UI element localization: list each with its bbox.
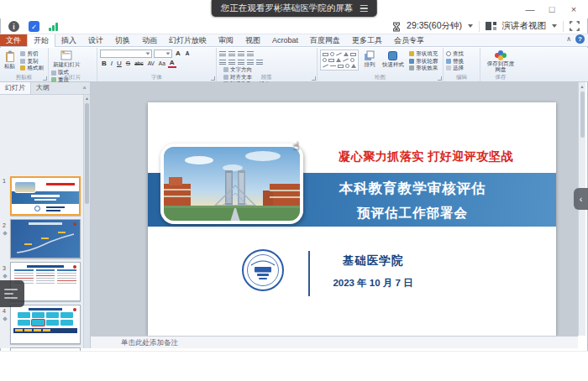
tab-outline-pane[interactable]: 大纲 xyxy=(31,82,55,94)
align-left-icon[interactable] xyxy=(219,60,226,65)
thumbnail-scrollbar[interactable]: ▲ xyxy=(83,95,90,348)
group-drawing: 排列 快速样式 形状填充 形状轮廓 形状效果 绘图 xyxy=(318,48,444,81)
arrange-button[interactable]: 排列 xyxy=(362,50,376,68)
tab-baidu-pan[interactable]: 百度网盘 xyxy=(304,34,346,46)
tab-insert[interactable]: 插入 xyxy=(55,34,82,46)
security-shield-icon[interactable]: ✓ xyxy=(29,21,39,32)
panel-close-icon[interactable]: × xyxy=(79,82,90,94)
tab-home[interactable]: 开始 xyxy=(27,34,55,47)
meeting-timer[interactable]: 29:35(60分钟) xyxy=(407,20,462,32)
tab-review[interactable]: 审阅 xyxy=(213,34,239,46)
bullets-icon[interactable] xyxy=(219,51,226,57)
slide-thumbnail-2[interactable] xyxy=(10,219,81,258)
group-paragraph: 文字方向 对齐文本 转换为SmartArt 段落 xyxy=(217,48,318,81)
slide-thumbnail-1[interactable] xyxy=(10,176,81,216)
justify-icon[interactable] xyxy=(247,60,254,65)
meeting-status-icons: i ✓ xyxy=(8,21,58,32)
new-slide-icon xyxy=(60,50,72,61)
meeting-float-panel[interactable] xyxy=(0,280,24,307)
find-button[interactable]: 查找 xyxy=(446,51,464,57)
view-dropdown-caret-icon[interactable] xyxy=(552,24,557,28)
decrease-indent-icon[interactable] xyxy=(238,51,244,57)
tab-more-tools[interactable]: 更多工具 xyxy=(346,34,388,46)
tab-acrobat[interactable]: Acrobat xyxy=(266,34,304,46)
align-right-icon[interactable] xyxy=(238,60,244,65)
tab-animations[interactable]: 动画 xyxy=(136,34,163,46)
font-size-select[interactable] xyxy=(154,50,172,58)
replace-icon xyxy=(446,59,451,64)
shape-effects-button[interactable]: 形状效果 xyxy=(409,65,438,71)
select-button[interactable]: 选择 xyxy=(446,65,464,71)
maximize-button[interactable]: □ xyxy=(541,0,563,18)
tab-slides-pane[interactable]: 幻灯片 xyxy=(0,82,31,94)
tab-view[interactable]: 视图 xyxy=(239,34,266,46)
text-direction-icon xyxy=(223,67,228,72)
window-controls: — □ × xyxy=(519,0,585,18)
slide-number: 3 xyxy=(3,265,6,271)
meeting-info-icon[interactable]: i xyxy=(8,21,19,32)
ribbon: 粘贴 剪切 复制 格式刷 剪贴板 新建幻灯片 版式 重设 节 幻灯片 xyxy=(0,48,588,82)
underline-button[interactable]: U xyxy=(115,60,123,68)
share-banner[interactable]: 您正在观看罗彬基础医学院的屏幕 xyxy=(212,0,377,17)
dialog-launcher-icon[interactable] xyxy=(312,76,316,81)
paste-icon xyxy=(5,50,15,63)
shrink-font-button[interactable]: A xyxy=(184,50,192,58)
slide-thumbnail-4[interactable] xyxy=(10,305,81,344)
numbering-icon[interactable] xyxy=(228,51,235,57)
save-to-baidu-button[interactable]: 保存到百度网盘 xyxy=(483,50,518,74)
shapes-gallery[interactable] xyxy=(320,50,359,70)
shape-fill-button[interactable]: 形状填充 xyxy=(409,51,438,57)
tab-file[interactable]: 文件 xyxy=(0,34,27,46)
tab-transitions[interactable]: 切换 xyxy=(109,34,136,46)
bold-button[interactable]: B xyxy=(100,60,108,68)
quick-styles-button[interactable]: 快速样式 xyxy=(381,50,406,68)
format-painter-button[interactable]: 格式刷 xyxy=(20,65,44,71)
meeting-panel-toggle[interactable]: ‹ xyxy=(574,188,588,210)
clear-formatting-button[interactable]: abc xyxy=(133,60,144,68)
transition-indicator-icon xyxy=(3,316,8,321)
view-mode-selector[interactable]: 演讲者视图 xyxy=(502,20,547,32)
slide-canvas: 凝心聚力抓落实 打好迎评攻坚战 本科教育教学审核评估 预评估工作部署会 xyxy=(91,82,578,336)
close-button[interactable]: × xyxy=(563,0,585,18)
dialog-launcher-icon[interactable] xyxy=(211,76,215,81)
text-direction-button[interactable]: 文字方向 xyxy=(223,67,268,73)
font-color-button[interactable]: A xyxy=(168,60,176,68)
replace-button[interactable]: 替换 xyxy=(446,59,464,65)
group-save: 保存到百度网盘 保存 xyxy=(480,48,521,81)
scroll-up-icon[interactable]: ▲ xyxy=(579,82,585,91)
current-slide[interactable]: 凝心聚力抓落实 打好迎评攻坚战 本科教育教学审核评估 预评估工作部署会 xyxy=(148,102,556,336)
fullscreen-icon[interactable] xyxy=(570,21,580,31)
italic-button[interactable]: I xyxy=(109,60,114,68)
thumbnail-preview xyxy=(29,222,62,225)
increase-indent-icon[interactable] xyxy=(247,51,254,57)
tab-slideshow[interactable]: 幻灯片放映 xyxy=(163,34,213,46)
align-center-icon[interactable] xyxy=(228,60,235,65)
college-seal-logo xyxy=(241,248,285,292)
dialog-launcher-icon[interactable] xyxy=(43,76,47,81)
cut-button[interactable]: 剪切 xyxy=(20,51,44,57)
minimize-button[interactable]: — xyxy=(519,0,541,18)
shape-outline-button[interactable]: 形状轮廓 xyxy=(409,59,438,65)
scroll-up-icon[interactable]: ▲ xyxy=(84,95,90,102)
notes-pane[interactable]: 单击此处添加备注 xyxy=(91,336,578,348)
menu-icon[interactable] xyxy=(360,5,367,12)
character-spacing-button[interactable]: AV xyxy=(146,60,156,68)
change-case-button[interactable]: Aa xyxy=(157,60,167,68)
collapse-ribbon-icon[interactable]: ∧ xyxy=(566,35,571,43)
font-name-select[interactable] xyxy=(100,50,152,58)
columns-icon[interactable] xyxy=(256,60,263,65)
strikethrough-button[interactable]: S xyxy=(124,60,132,68)
dialog-launcher-icon[interactable] xyxy=(438,76,442,81)
copy-button[interactable]: 复制 xyxy=(20,59,44,65)
help-icon[interactable]: ? xyxy=(575,34,585,44)
new-slide-button[interactable]: 新建幻灯片 xyxy=(51,50,82,68)
tab-design[interactable]: 设计 xyxy=(82,34,109,46)
copy-icon xyxy=(20,59,25,64)
tab-member[interactable]: 会员专享 xyxy=(388,34,430,46)
slide-number: 2 xyxy=(3,222,6,228)
paste-button[interactable]: 粘贴 xyxy=(3,50,17,70)
grow-font-button[interactable]: A xyxy=(174,50,182,58)
meeting-toolbar: 解除静音 开启视频 共享屏幕 安全 邀请 xyxy=(0,351,588,381)
slide-org-name: 基础医学院 xyxy=(318,253,428,269)
timer-dropdown-caret-icon[interactable] xyxy=(468,24,473,28)
